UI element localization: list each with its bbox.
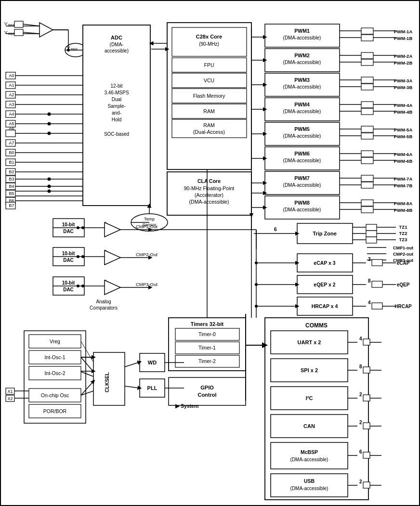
svg-text:▶ System: ▶ System <box>175 403 198 409</box>
svg-text:+: + <box>105 278 107 283</box>
svg-text:eCAP: eCAP <box>397 260 410 266</box>
svg-text:UART x 2: UART x 2 <box>298 339 321 345</box>
svg-text:3.46-MSPS: 3.46-MSPS <box>104 90 129 95</box>
svg-text:(DMA-accessible): (DMA-accessible) <box>283 158 321 163</box>
svg-text:Temp: Temp <box>144 217 155 221</box>
svg-rect-333 <box>29 335 81 348</box>
svg-text:A3: A3 <box>9 102 14 107</box>
svg-rect-20 <box>6 111 15 117</box>
svg-line-353 <box>81 391 93 395</box>
svg-point-384 <box>67 49 70 52</box>
svg-text:RAM: RAM <box>203 122 214 128</box>
svg-line-351 <box>81 357 93 372</box>
svg-text:REFHI: REFHI <box>8 32 18 36</box>
svg-text:GPIO: GPIO <box>200 385 214 390</box>
svg-text:B7: B7 <box>9 203 14 208</box>
svg-rect-82 <box>172 119 247 138</box>
svg-text:HRCAP: HRCAP <box>394 304 412 309</box>
svg-rect-197 <box>366 231 377 237</box>
svg-rect-258 <box>372 259 382 266</box>
svg-text:B5: B5 <box>9 191 14 196</box>
svg-text:A7: A7 <box>9 141 14 145</box>
svg-rect-22 <box>6 130 15 137</box>
svg-text:PWM-8A: PWM-8A <box>394 201 413 206</box>
svg-text:(DMA-accessible): (DMA-accessible) <box>283 109 321 114</box>
svg-text:CMP3-out: CMP3-out <box>393 258 413 263</box>
svg-rect-290 <box>265 318 368 500</box>
svg-marker-211 <box>105 222 120 237</box>
svg-rect-27 <box>6 176 15 182</box>
svg-line-360 <box>125 386 140 388</box>
svg-rect-70 <box>167 23 251 169</box>
svg-point-280 <box>255 283 258 286</box>
svg-line-392 <box>81 381 93 395</box>
svg-rect-16 <box>6 72 15 79</box>
svg-point-232 <box>77 255 79 258</box>
svg-rect-389 <box>24 331 86 423</box>
svg-rect-328 <box>363 482 370 488</box>
svg-text:PWM-5A: PWM-5A <box>394 127 413 132</box>
svg-rect-335 <box>29 350 81 364</box>
svg-rect-282 <box>169 318 246 371</box>
svg-point-53 <box>48 190 51 193</box>
svg-rect-296 <box>363 339 370 345</box>
svg-rect-28 <box>6 183 15 190</box>
svg-rect-18 <box>6 91 15 98</box>
svg-text:PWM-4B: PWM-4B <box>394 109 413 115</box>
svg-text:I²C: I²C <box>306 395 313 401</box>
svg-text:RAM: RAM <box>203 108 214 114</box>
svg-text:90-MHz Floating-Point: 90-MHz Floating-Point <box>184 185 235 191</box>
svg-line-378 <box>23 32 39 34</box>
svg-rect-85 <box>167 172 251 215</box>
svg-rect-135 <box>361 84 373 90</box>
svg-text:PWM-2B: PWM-2B <box>394 60 413 65</box>
svg-rect-288 <box>175 355 239 367</box>
svg-text:CMP2-Out: CMP2-Out <box>136 252 158 257</box>
svg-text:B1: B1 <box>9 160 14 165</box>
svg-rect-26 <box>6 169 15 175</box>
svg-text:A1: A1 <box>9 83 14 88</box>
svg-text:Flash Memory: Flash Memory <box>193 93 225 99</box>
svg-rect-337 <box>29 366 81 380</box>
svg-rect-21 <box>6 120 15 127</box>
svg-rect-339 <box>29 389 81 402</box>
svg-rect-107 <box>265 147 340 170</box>
svg-text:accessible): accessible) <box>105 48 129 53</box>
svg-text:(Dual-Access): (Dual-Access) <box>193 129 225 135</box>
svg-text:PWM-8B: PWM-8B <box>394 208 413 213</box>
svg-rect-143 <box>361 108 373 115</box>
svg-text:(Accelerator): (Accelerator) <box>195 192 223 198</box>
svg-rect-268 <box>297 297 353 315</box>
svg-text:B6: B6 <box>9 198 14 203</box>
svg-text:PWM2: PWM2 <box>294 52 310 58</box>
svg-rect-261 <box>297 275 353 294</box>
svg-text:WD: WD <box>148 360 157 365</box>
svg-text:PWM6: PWM6 <box>294 151 310 156</box>
svg-rect-357 <box>140 379 165 397</box>
svg-rect-101 <box>265 98 340 121</box>
svg-text:X2: X2 <box>7 396 13 401</box>
svg-point-51 <box>48 178 51 181</box>
svg-rect-59 <box>83 25 150 206</box>
svg-rect-78 <box>172 89 247 103</box>
svg-rect-118 <box>361 28 373 34</box>
svg-rect-321 <box>363 452 370 458</box>
svg-rect-330 <box>169 377 246 405</box>
svg-rect-76 <box>172 73 247 88</box>
svg-rect-104 <box>265 122 340 145</box>
svg-text:TZ1: TZ1 <box>399 224 408 230</box>
svg-text:SOC-based: SOC-based <box>104 131 129 137</box>
svg-text:(DMA-accessible): (DMA-accessible) <box>283 133 321 139</box>
svg-rect-175 <box>361 207 373 213</box>
svg-text:10-bit: 10-bit <box>62 280 75 285</box>
svg-text:A2: A2 <box>9 92 14 97</box>
svg-point-239 <box>81 226 84 229</box>
svg-text:3: 3 <box>368 257 371 262</box>
svg-point-50 <box>48 132 51 135</box>
svg-text:PWM-4A: PWM-4A <box>394 103 413 108</box>
svg-text:TZ2: TZ2 <box>399 231 407 236</box>
svg-text:Int-Osc-2: Int-Osc-2 <box>44 370 65 376</box>
svg-text:PWM7: PWM7 <box>294 175 310 181</box>
svg-rect-29 <box>6 190 15 197</box>
svg-rect-80 <box>172 104 247 118</box>
